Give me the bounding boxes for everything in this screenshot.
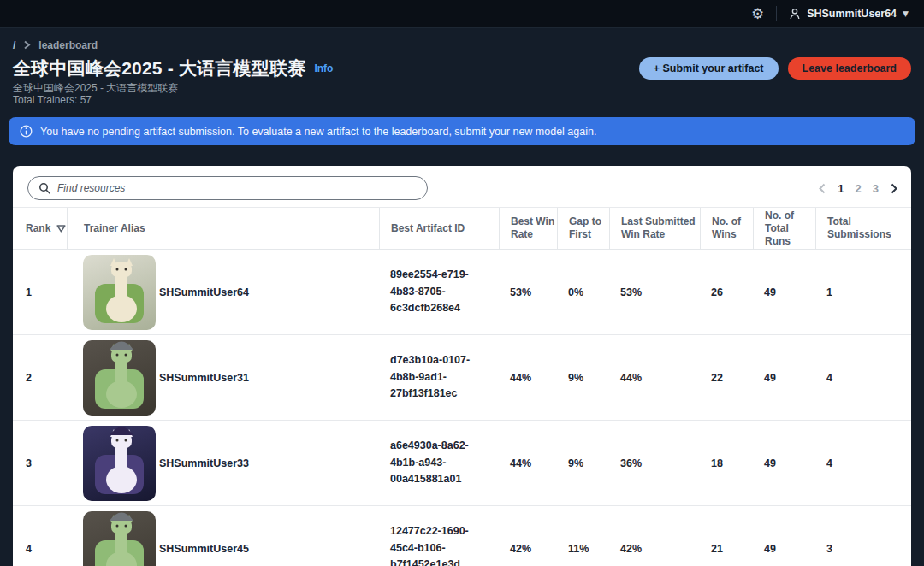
best-artifact-id-cell: a6e4930a-8a62-4b1b-a943-00a415881a01 (379, 421, 499, 505)
trainer-cell: SHSummitUser31 (67, 335, 379, 420)
rank-cell: 2 (13, 335, 67, 420)
llama-avatar-icon (83, 340, 156, 416)
sort-filter-icon[interactable] (56, 225, 66, 233)
page-title: 全球中国峰会2025 - 大语言模型联赛 (13, 56, 305, 80)
search-input[interactable] (57, 182, 417, 194)
trainer-avatar (83, 426, 156, 501)
rank-cell: 4 (13, 506, 67, 566)
leaderboard-card: 123 Rank Trainer Alias Best Artifact ID … (13, 166, 911, 566)
pagination-page-2[interactable]: 2 (856, 182, 862, 195)
person-icon (789, 8, 801, 20)
rank-cell: 1 (13, 250, 67, 334)
info-icon (20, 125, 33, 138)
trainer-cell: SHSummitUser45 (67, 506, 379, 566)
column-header-best-win-rate: Best Win Rate (499, 208, 557, 249)
table-body: 1 SHSummitUser64 89ee2554-e719-4b83-8705… (13, 250, 911, 566)
table-row[interactable]: 2 SHSummitUser31 d7e3b10a-0107-4b8b-9ad1… (13, 335, 911, 421)
llama-avatar-icon (83, 255, 156, 330)
no-of-total-runs-cell: 49 (753, 421, 815, 505)
search-box[interactable] (27, 176, 428, 200)
info-banner: You have no pending artifact submission.… (9, 117, 915, 145)
breadcrumb-root-link[interactable]: / (13, 39, 15, 51)
trainer-cell: SHSummitUser64 (67, 250, 379, 334)
best-win-rate-cell: 44% (499, 335, 557, 420)
pagination-prev-icon[interactable] (818, 183, 826, 194)
breadcrumb-current: leaderboard (38, 39, 98, 51)
best-win-rate-cell: 42% (499, 506, 557, 566)
no-of-total-runs-cell: 49 (753, 506, 815, 566)
no-of-total-runs-cell: 49 (753, 250, 815, 334)
best-win-rate-cell: 53% (499, 250, 557, 334)
page-subtitle: 全球中国峰会2025 - 大语言模型联赛 (13, 81, 911, 94)
last-submitted-win-rate-cell: 53% (609, 250, 700, 334)
pagination: 123 (818, 182, 898, 195)
top-bar: ⚙ SHSummitUser64 ▼ (0, 0, 924, 28)
best-win-rate-cell: 44% (499, 421, 557, 505)
rank-cell: 3 (13, 421, 67, 505)
table-row[interactable]: 3 SHSummitUser33 a6e4930a-8a62-4b1b-a943… (13, 421, 911, 506)
pagination-pages: 123 (838, 182, 879, 195)
banner-message: You have no pending artifact submission.… (40, 126, 596, 138)
chevron-down-icon: ▼ (903, 9, 909, 18)
gap-to-first-cell: 0% (557, 250, 609, 334)
column-header-gap-to-first: Gap to First (557, 208, 609, 249)
trainer-alias-label: SHSummitUser64 (157, 286, 249, 298)
total-submissions-cell: 4 (815, 421, 911, 505)
trainer-alias-label: SHSummitUser31 (157, 372, 249, 384)
column-header-rank[interactable]: Rank (13, 208, 67, 249)
column-header-no-of-total-runs: No. of Total Runs (753, 208, 815, 249)
gap-to-first-cell: 9% (557, 421, 609, 505)
trainer-cell: SHSummitUser33 (67, 421, 379, 505)
total-submissions-cell: 3 (815, 506, 911, 566)
pagination-page-3[interactable]: 3 (873, 182, 879, 195)
gap-to-first-cell: 11% (557, 506, 609, 566)
trainer-alias-label: SHSummitUser45 (157, 543, 249, 555)
total-submissions-cell: 4 (815, 335, 911, 420)
info-link[interactable]: Info (314, 62, 333, 74)
trainer-alias-label: SHSummitUser33 (157, 457, 249, 469)
llama-avatar-icon (83, 426, 156, 501)
best-artifact-id-cell: d7e3b10a-0107-4b8b-9ad1-27bf13f181ec (379, 335, 499, 420)
no-of-total-runs-cell: 49 (753, 335, 815, 420)
column-header-trainer-alias: Trainer Alias (67, 208, 379, 249)
no-of-wins-cell: 26 (700, 250, 753, 334)
best-artifact-id-cell: 89ee2554-e719-4b83-8705-6c3dcfb268e4 (379, 250, 499, 334)
settings-gear-icon[interactable]: ⚙ (751, 7, 764, 21)
table-row[interactable]: 4 SHSummitUser45 12477c22-1690-45c4-b106… (13, 506, 911, 566)
column-header-total-submissions: Total Submissions (815, 208, 911, 249)
submit-artifact-button[interactable]: + Submit your artifact (639, 57, 779, 80)
chevron-right-icon (23, 40, 31, 50)
last-submitted-win-rate-cell: 44% (609, 335, 700, 420)
page-header: / leaderboard 全球中国峰会2025 - 大语言模型联赛 Info … (0, 28, 924, 145)
table-header-row: Rank Trainer Alias Best Artifact ID Best… (13, 207, 911, 250)
breadcrumb: / leaderboard (13, 38, 911, 51)
search-icon (38, 182, 50, 194)
no-of-wins-cell: 21 (700, 506, 753, 566)
topbar-divider (776, 6, 777, 21)
table-toolbar: 123 (27, 176, 898, 200)
gap-to-first-cell: 9% (557, 335, 609, 420)
table-row[interactable]: 1 SHSummitUser64 89ee2554-e719-4b83-8705… (13, 250, 911, 335)
no-of-wins-cell: 22 (700, 335, 753, 420)
total-trainers-label: Total Trainers: 57 (13, 94, 911, 107)
column-header-no-of-wins: No. of Wins (700, 208, 753, 249)
last-submitted-win-rate-cell: 36% (609, 421, 700, 505)
pagination-next-icon[interactable] (890, 183, 898, 194)
trainer-avatar (83, 340, 156, 416)
best-artifact-id-cell: 12477c22-1690-45c4-b106-b7f1452e1e3d (379, 506, 499, 566)
last-submitted-win-rate-cell: 42% (609, 506, 700, 566)
leave-leaderboard-button[interactable]: Leave leaderboard (788, 57, 911, 80)
trainer-avatar (83, 511, 156, 566)
llama-avatar-icon (83, 511, 156, 566)
username-label: SHSummitUser64 (807, 8, 897, 20)
column-header-last-submitted-win-rate: Last Submitted Win Rate (609, 208, 700, 249)
no-of-wins-cell: 18 (700, 421, 753, 505)
user-menu[interactable]: SHSummitUser64 ▼ (789, 8, 909, 20)
column-header-best-artifact-id: Best Artifact ID (379, 208, 499, 249)
total-submissions-cell: 1 (815, 250, 911, 334)
trainer-avatar (83, 255, 156, 330)
pagination-page-1[interactable]: 1 (838, 182, 844, 195)
